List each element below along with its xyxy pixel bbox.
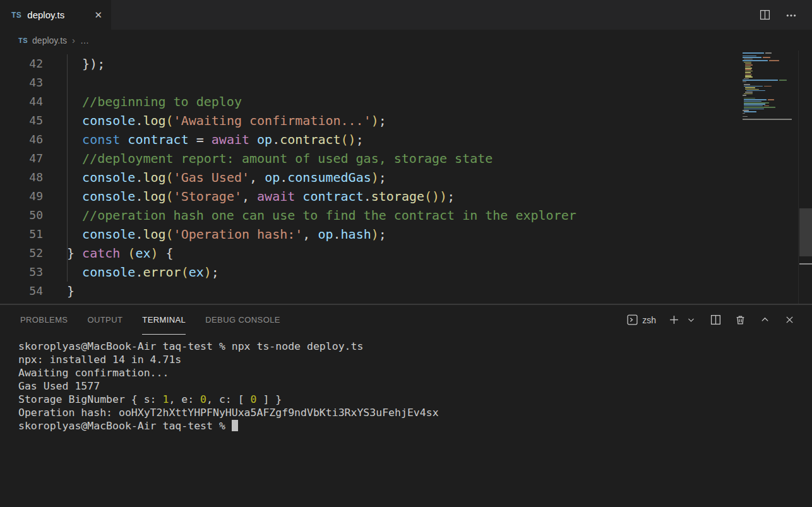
code-line: 53 console.error(ex); [0,263,812,282]
minimap-line [743,101,797,102]
panel-header: PROBLEMS OUTPUT TERMINAL DEBUG CONSOLE z… [0,305,812,335]
indent-guide [67,54,68,282]
minimap[interactable] [743,51,797,121]
terminal-line: skoroplyas@MacBook-Air taq-test % [18,419,812,432]
line-number: 44 [0,92,43,111]
minimap-line [743,114,797,116]
line-number: 50 [0,206,43,225]
breadcrumb-more[interactable]: … [80,35,89,45]
minimap-line [743,89,797,90]
code-line: 43 [0,73,812,92]
line-number: 48 [0,168,43,187]
minimap-line [743,113,797,114]
breadcrumb-file[interactable]: deploy.ts [32,35,67,45]
minimap-line [743,107,797,108]
tab-terminal[interactable]: TERMINAL [142,306,186,335]
minimap-line [743,72,797,73]
minimap-line [743,51,797,52]
kill-terminal-trash-icon[interactable] [733,313,747,327]
minimap-line [743,116,797,117]
tab-problems[interactable]: PROBLEMS [20,306,68,335]
minimap-line [743,81,797,83]
minimap-line [743,92,797,93]
minimap-line [743,63,797,64]
tab-bar: TS deploy.ts ✕ [0,0,812,30]
line-number: 51 [0,225,43,244]
scrollbar-lane [798,51,812,304]
line-number: 52 [0,244,43,263]
minimap-line [743,99,797,100]
terminal-dropdown-icon[interactable] [684,313,698,327]
minimap-line [743,102,797,104]
minimap-line [743,54,797,56]
line-number: 43 [0,73,43,92]
code-line: 42 }); [0,54,812,73]
code-line: 46 const contract = await op.contract(); [0,130,812,149]
minimap-line [743,75,797,76]
line-number: 42 [0,54,43,73]
terminal-output[interactable]: skoroplyas@MacBook-Air taq-test % npx ts… [0,335,812,432]
minimap-line [743,68,797,69]
code-line: 47 //deployment report: amount of used g… [0,149,812,168]
minimap-line [743,87,797,88]
tab-close-icon[interactable]: ✕ [93,9,104,21]
minimap-line [743,76,797,78]
line-number: 47 [0,149,43,168]
minimap-line [743,119,797,120]
typescript-file-icon: TS [18,37,28,44]
code-line: 45 console.log('Awaiting confirmation...… [0,111,812,130]
line-number: 45 [0,111,43,130]
code-line: 50 //operation hash one can use to find … [0,206,812,225]
code-lines: 42 });4344 //beginning to deploy45 conso… [0,51,812,301]
minimap-line [743,109,797,110]
minimap-line [743,95,797,96]
minimap-line [743,117,797,119]
terminal-line: Gas Used 1577 [18,379,812,393]
minimap-line [743,111,797,112]
terminal-toolbar: zsh [627,313,812,327]
code-line: 44 //beginning to deploy [0,92,812,111]
minimap-line [743,80,797,81]
minimap-line [743,83,797,84]
tab-deploy-ts[interactable]: TS deploy.ts ✕ [0,0,111,30]
minimap-line [743,78,797,80]
minimap-line [743,93,797,95]
tab-debug-console[interactable]: DEBUG CONSOLE [205,306,280,335]
editor-actions [758,0,812,30]
line-number: 46 [0,130,43,149]
maximize-panel-icon[interactable] [758,313,772,327]
minimap-line [743,62,797,63]
typescript-file-icon: TS [11,11,21,20]
close-panel-icon[interactable] [782,313,796,327]
split-terminal-icon[interactable] [708,313,722,327]
panel-tabs: PROBLEMS OUTPUT TERMINAL DEBUG CONSOLE [0,306,280,335]
more-actions-icon[interactable] [784,8,798,22]
minimap-line [743,105,797,107]
terminal-line: Operation hash: ooHXyT2hXttYHPFNyHUxa5AF… [18,406,812,419]
code-line: 52} catch (ex) { [0,244,812,263]
shell-selector[interactable]: zsh [627,314,656,325]
minimap-line [743,56,797,57]
minimap-line [743,110,797,111]
minimap-line [743,66,797,68]
code-line: 51 console.log('Operation hash:', op.has… [0,225,812,244]
overview-ruler-mark [799,263,812,265]
tab-label: deploy.ts [27,9,64,20]
scrollbar-slider[interactable] [799,208,812,256]
line-number: 49 [0,187,43,206]
terminal-line: npx: installed 14 in 4.71s [18,353,812,366]
code-editor[interactable]: 42 });4344 //beginning to deploy45 conso… [0,51,812,304]
split-editor-icon[interactable] [758,8,772,22]
terminal-cursor [232,420,238,431]
shell-label: zsh [642,315,656,325]
minimap-line [743,69,797,70]
minimap-line [743,71,797,72]
minimap-line [743,90,797,92]
minimap-line [743,59,797,60]
chevron-right-icon: › [72,35,75,45]
breadcrumb: TS deploy.ts › … [0,30,812,51]
minimap-line [743,97,797,98]
tab-output[interactable]: OUTPUT [87,306,122,335]
new-terminal-icon[interactable] [667,313,681,327]
bottom-panel: PROBLEMS OUTPUT TERMINAL DEBUG CONSOLE z… [0,305,812,507]
